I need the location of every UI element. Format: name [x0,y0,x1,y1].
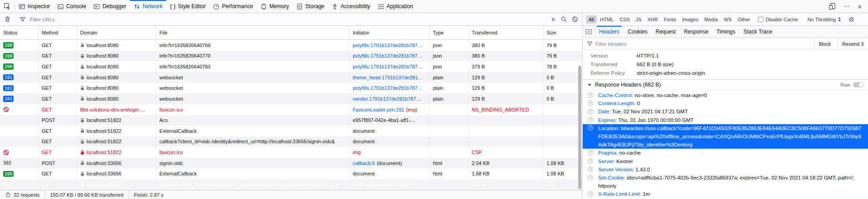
tab-cookies[interactable]: Cookies [623,26,651,38]
throttling-dropdown[interactable]: No Throttling [803,17,845,22]
help-icon[interactable] [588,158,593,164]
tab-network[interactable]: Network [130,0,166,13]
header-row[interactable]: Cache-Control: no-store, no-cache, max-a… [583,91,868,99]
status-cell [0,104,38,115]
search-icon[interactable] [561,16,567,23]
header-row[interactable]: Server: Kestrel [583,157,868,165]
close-icon[interactable]: × [858,3,862,10]
initiator-link[interactable]: vendor.1791b137de281b787… [353,96,421,102]
type-filter-xhr[interactable]: XHR [645,15,661,24]
response-headers-section-header[interactable]: Response Headers (662 B) Raw [583,79,868,90]
type-filter-html[interactable]: HTML [597,15,616,24]
clear-requests-icon[interactable] [4,16,11,23]
tab-response[interactable]: Response [680,26,712,38]
filter-headers-input[interactable] [595,41,811,47]
tab-inspector[interactable]: Inspector [15,0,53,13]
help-icon[interactable] [588,101,593,106]
table-row[interactable]: 200 GET localhost:8080 info?t=1635826640… [0,40,582,51]
type-filter-media[interactable]: Media [701,15,720,24]
initiator-link[interactable]: polyfills.1791b137de281b787… [353,85,422,91]
initiator-link[interactable]: theme_head.1791b137de281… [353,75,423,80]
tab-performance[interactable]: Performance [209,0,257,13]
split-panel-toggle[interactable] [583,26,595,38]
type-filter-css[interactable]: CSS [617,15,633,24]
header-row[interactable]: X-Rate-Limit-Limit: 1m [583,190,868,198]
tab-memory[interactable]: Memory [257,0,293,13]
node-picker-button[interactable] [0,0,14,13]
type-cell: html [430,169,469,180]
help-icon[interactable] [588,166,593,172]
table-row[interactable]: 200 GET localhost:33656 ExternalCallback… [0,169,582,180]
table-row[interactable]: 101 GET localhost:8080 websocket polyfil… [0,83,582,94]
table-row[interactable]: 302 POST localhost:33656 signin-oidc cal… [0,158,582,169]
table-row[interactable]: POST localhost:51822 Acs e957f897-042e-4… [0,115,582,126]
tab-headers[interactable]: Headers [595,26,623,38]
initiator-link[interactable]: polyfills.1791b137de281b787… [353,43,422,48]
column-header-initiator[interactable]: Initiator [350,26,430,39]
tab-style-editor[interactable]: { } Style Editor [166,0,209,13]
responsive-design-mode-icon[interactable] [829,3,836,10]
more-options-icon[interactable]: ⋯ [843,2,850,10]
table-row[interactable]: GET localhost:51822 ExternalCallback doc… [0,126,582,136]
tab-timings[interactable]: Timings [712,26,739,38]
header-row[interactable]: Set-Cookie: idsrv=adf6cba1-7075-402b-9ec… [583,174,868,190]
block-button[interactable]: Block [814,38,835,49]
type-filter-ws[interactable]: WS [721,15,734,24]
method-cell: GET [38,61,77,72]
header-row[interactable]: Content-Length: 0 [583,99,868,107]
table-row[interactable]: 101 GET localhost:8080 websocket vendor.… [0,93,582,104]
tab-debugger[interactable]: Debugger [90,0,130,13]
type-filter-all[interactable]: All [586,15,597,24]
initiator-suffix: (document) [377,160,402,166]
help-icon[interactable] [588,109,593,114]
help-icon[interactable] [588,117,593,122]
table-row[interactable]: 101 GET localhost:8080 websocket theme_h… [0,72,582,83]
help-icon[interactable] [588,191,593,197]
table-row[interactable]: 200 GET localhost:8080 info?t=1635826640… [0,51,582,62]
initiator-link[interactable]: polyfills.1791b137de281b787… [353,64,422,69]
request-list-scrollbar[interactable] [578,66,581,189]
table-row-selected[interactable]: 302 GET localhost:33656 callback?client_… [0,179,582,190]
header-row-selected[interactable]: Location: bitwarden://sso-callback?code=… [583,124,868,149]
table-row[interactable]: GET localhost:51822 favicon.ico img CSP [0,147,582,158]
help-icon[interactable] [588,150,593,155]
resend-button[interactable]: Resend [838,38,868,49]
initiator-link[interactable]: polyfills.1791b137de281b787… [353,53,422,58]
type-filter-other[interactable]: Other [735,15,753,24]
column-header-size[interactable]: Size [543,26,582,39]
initiator-link[interactable]: ExternalCallback:5 [353,182,394,187]
network-settings-gear-icon[interactable]: ⚙ [847,16,856,23]
header-row[interactable]: Date: Tue, 02 Nov 2021 04:17:21 GMT [583,107,868,116]
help-icon[interactable] [588,92,593,98]
table-row[interactable]: GET localhost:51822 callback?client_id=o… [0,136,582,147]
column-header-file[interactable]: File [156,26,350,39]
tab-accessibility[interactable]: Accessibility [328,0,374,13]
column-header-type[interactable]: Type [430,26,469,39]
tab-request[interactable]: Request [652,26,680,38]
column-header-domain[interactable]: Domain [77,26,156,39]
header-row[interactable]: Server-Version: 1.43.0 [583,165,868,174]
tab-stack-trace[interactable]: Stack Trace [739,26,776,38]
header-row[interactable]: Pragma: no-cache [583,149,868,157]
header-row[interactable]: Expires: Thu, 01 Jan 1970 00:00:00 GMT [583,116,868,124]
pause-recording-icon[interactable] [550,16,556,23]
tab-console[interactable]: Console [53,0,90,13]
column-header-status[interactable]: Status [0,26,38,39]
help-icon[interactable] [588,175,593,180]
block-request-icon[interactable] [571,16,578,23]
filter-urls-input[interactable] [30,17,546,22]
type-filter-js[interactable]: JS [633,15,644,24]
type-filter-images[interactable]: Images [679,15,701,24]
column-header-method[interactable]: Method [38,26,77,39]
initiator-link[interactable]: callback:5 [353,160,375,166]
disable-cache-checkbox[interactable]: Disable Cache [754,17,802,22]
tab-storage[interactable]: Storage [293,0,328,13]
help-icon[interactable] [588,125,593,131]
type-filter-fonts[interactable]: Fonts [661,15,679,24]
column-header-transferred[interactable]: Transferred [469,26,543,39]
raw-toggle[interactable] [853,82,864,87]
tab-application[interactable]: Application [374,0,417,13]
initiator-link[interactable]: FaviconLoader.jsm:191 [353,107,404,112]
table-row[interactable]: GET 8bit-solutions-dev.onelogin…. favico… [0,104,582,115]
table-row[interactable]: 200 GET localhost:8080 info?t=1635826640… [0,61,582,72]
